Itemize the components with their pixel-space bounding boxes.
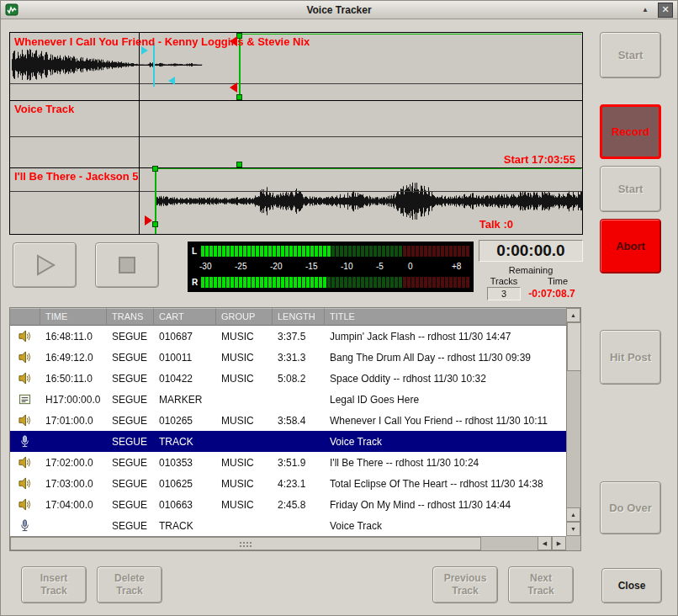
previous-track-button[interactable]: Previous Track xyxy=(432,566,498,603)
remaining-label: Remaining xyxy=(479,265,583,275)
meter-segment xyxy=(294,277,297,288)
delete-track-button[interactable]: Delete Track xyxy=(97,566,162,603)
cell-title: Total Eclipse Of The Heart -- rdhost 11/… xyxy=(325,478,566,490)
start-track3-button[interactable]: Start xyxy=(600,166,661,212)
track1-marker-handle[interactable] xyxy=(236,94,242,100)
cell-length: 3:31.3 xyxy=(273,352,325,364)
scroll-up-icon[interactable]: ▲ xyxy=(566,308,580,322)
cell-group: MUSIC xyxy=(216,331,273,343)
cell-trans: SEGUE xyxy=(107,478,154,490)
meter-segment xyxy=(256,277,259,288)
meter-segment xyxy=(357,277,360,288)
meter-scale-label: -5 xyxy=(376,262,384,271)
record-button[interactable]: Record xyxy=(600,104,661,159)
log-row[interactable]: 16:50:11.0SEGUE010422MUSIC5:08.2Space Od… xyxy=(10,368,566,389)
close-window-icon[interactable]: ✕ xyxy=(658,3,673,18)
track3-marker-handle[interactable] xyxy=(152,166,158,172)
insert-track-button[interactable]: Insert Track xyxy=(21,566,87,603)
cell-length: 3:58.4 xyxy=(273,415,325,427)
track3-marker-handle[interactable] xyxy=(152,221,158,227)
cell-time: 16:49:12.0 xyxy=(40,352,107,364)
meter-segment xyxy=(382,246,385,257)
log-row[interactable]: 16:49:12.0SEGUE010011MUSIC3:31.3Bang The… xyxy=(10,347,566,368)
horizontal-scrollbar[interactable]: ◀ ▶ xyxy=(10,536,566,550)
cell-length: 3:37.5 xyxy=(273,331,325,343)
track1-fade-marker[interactable] xyxy=(230,82,237,93)
log-row[interactable]: 17:02:00.0SEGUE010353MUSIC3:51.9I'll Be … xyxy=(10,452,566,473)
meter-segment xyxy=(411,277,415,288)
titlebar[interactable]: Voice Tracker ▲ ✕ xyxy=(1,1,677,19)
scroll-up-icon[interactable]: ▲ xyxy=(566,507,580,522)
log-row[interactable]: 17:04:00.0SEGUE010663MUSIC2:45.8Friday O… xyxy=(10,494,566,515)
meter-segment xyxy=(323,277,326,288)
cell-time: 17:04:00.0 xyxy=(40,499,107,511)
meter-segment xyxy=(289,277,293,288)
abort-button[interactable]: Abort xyxy=(600,219,661,273)
meter-segment xyxy=(243,246,246,257)
meter-segment xyxy=(289,246,293,257)
close-button[interactable]: Close xyxy=(601,568,662,603)
log-row[interactable]: SEGUETRACKVoice Track xyxy=(10,431,566,452)
log-body: 16:48:11.0SEGUE010687MUSIC3:37.5Jumpin' … xyxy=(10,326,566,536)
header-cart: CART xyxy=(154,308,216,326)
track2-marker-handle[interactable] xyxy=(236,162,242,167)
log-row[interactable]: SEGUETRACKVoice Track xyxy=(10,515,566,536)
cell-length: 5:08.2 xyxy=(273,373,325,385)
log-row[interactable]: 16:48:11.0SEGUE010687MUSIC3:37.5Jumpin' … xyxy=(10,326,566,347)
start-track1-button[interactable]: Start xyxy=(600,32,661,78)
meter-segment xyxy=(348,277,352,288)
log-row[interactable]: H17:00:00.0SEGUEMARKERLegal ID Goes Here xyxy=(10,389,566,410)
cell-title: Legal ID Goes Here xyxy=(325,394,566,406)
vertical-scrollbar-thumb[interactable] xyxy=(567,322,581,371)
track1-start-line xyxy=(239,34,581,35)
cell-title: I'll Be There -- rdhost 11/30 10:24 xyxy=(325,457,566,469)
log-row[interactable]: 17:03:00.0SEGUE010625MUSIC4:23.1Total Ec… xyxy=(10,473,566,494)
scroll-left-icon[interactable]: ◀ xyxy=(538,536,552,550)
vertical-scrollbar[interactable]: ▲ ▲ ▼ xyxy=(566,308,580,536)
track3-fade-marker[interactable] xyxy=(145,215,152,226)
hit-post-button[interactable]: Hit Post xyxy=(600,330,661,385)
meter-right-label: R xyxy=(192,278,198,287)
cell-trans: SEGUE xyxy=(107,394,154,406)
meter-segment xyxy=(403,277,406,288)
meter-segment xyxy=(230,246,234,257)
stop-button[interactable] xyxy=(95,242,159,288)
do-over-button[interactable]: Do Over xyxy=(600,481,661,534)
cell-group: MUSIC xyxy=(216,499,273,511)
next-track-button[interactable]: Next Track xyxy=(508,566,574,603)
cell-title: Space Oddity -- rdhost 11/30 10:32 xyxy=(325,373,566,385)
play-button[interactable] xyxy=(13,242,77,288)
cell-trans: SEGUE xyxy=(107,373,154,385)
meter-segment xyxy=(310,246,314,257)
cell-cart: 010687 xyxy=(154,331,216,343)
meter-segment xyxy=(420,246,423,257)
scroll-down-icon[interactable]: ▼ xyxy=(566,522,580,536)
meter-segment xyxy=(218,246,221,257)
meter-segment xyxy=(458,246,461,257)
track3-start-line xyxy=(155,168,581,169)
log-row[interactable]: 17:01:00.0SEGUE010265MUSIC3:58.4Whenever… xyxy=(10,410,566,431)
meter-segment xyxy=(449,277,453,288)
meter-segment xyxy=(230,277,234,288)
shade-window-icon[interactable]: ▲ xyxy=(638,3,652,17)
cell-length: 3:51.9 xyxy=(273,457,325,469)
waveform-editor[interactable]: Whenever I Call You Friend - Kenny Loggi… xyxy=(9,32,583,235)
cell-trans: SEGUE xyxy=(107,436,154,448)
meter-segment xyxy=(281,246,284,257)
meter-segment xyxy=(407,246,411,257)
speaker-icon xyxy=(10,368,40,389)
meter-scale-label: -20 xyxy=(270,262,282,271)
meter-segment xyxy=(302,277,305,288)
meter-right-bar xyxy=(201,277,469,288)
scroll-right-icon[interactable]: ▶ xyxy=(552,536,566,550)
meter-segment xyxy=(277,246,280,257)
horizontal-scrollbar-thumb[interactable] xyxy=(10,537,481,550)
waveform-canvas xyxy=(10,33,582,234)
cell-cart: 010422 xyxy=(154,373,216,385)
track1-talk-marker[interactable] xyxy=(168,77,175,85)
cell-cart: TRACK xyxy=(154,520,216,532)
cell-title: Bang The Drum All Day -- rdhost 11/30 09… xyxy=(325,352,566,364)
cell-trans: SEGUE xyxy=(107,520,154,532)
track1-sub-divider xyxy=(10,83,582,84)
meter-segment xyxy=(352,246,356,257)
